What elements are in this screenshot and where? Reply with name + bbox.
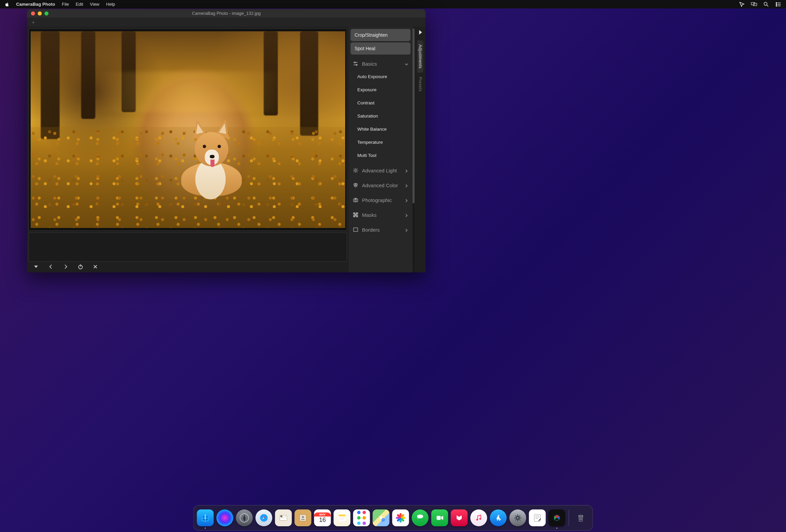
calendar-month: MAY — [314, 512, 331, 516]
svg-line-26 — [357, 169, 357, 169]
cursor-status-icon[interactable] — [739, 1, 745, 7]
dock-calendar-icon[interactable]: MAY 16 — [314, 509, 331, 526]
svg-line-79 — [582, 517, 582, 521]
adjust-saturation[interactable]: Saturation — [351, 110, 411, 122]
next-button[interactable] — [63, 264, 69, 270]
svg-point-55 — [476, 519, 478, 521]
dock-music-icon[interactable] — [470, 509, 487, 526]
display-status-icon[interactable] — [751, 1, 757, 7]
control-center-icon[interactable] — [775, 1, 781, 7]
section-label: Photographic — [362, 197, 392, 203]
svg-line-77 — [580, 517, 580, 521]
menu-edit[interactable]: Edit — [76, 2, 83, 7]
image-canvas[interactable] — [28, 28, 347, 231]
dock-messages-icon[interactable] — [412, 509, 429, 526]
svg-point-56 — [479, 518, 481, 519]
sliders-icon — [353, 61, 359, 67]
dock-finder-icon[interactable] — [197, 509, 214, 526]
side-tab-rail: Adjustments Presets — [415, 27, 426, 272]
dock-separator — [569, 510, 569, 526]
expand-panel-arrow-icon[interactable] — [417, 29, 424, 36]
section-masks[interactable]: Masks — [351, 207, 411, 221]
menu-file[interactable]: File — [62, 2, 69, 7]
adjust-temperature[interactable]: Temperature — [351, 136, 411, 148]
apple-logo-icon[interactable] — [5, 2, 9, 7]
svg-line-63 — [515, 515, 516, 516]
side-tab-adjustments[interactable]: Adjustments — [417, 40, 423, 73]
svg-point-4 — [776, 2, 777, 3]
dropdown-arrow-icon[interactable] — [33, 264, 39, 270]
section-basics[interactable]: Basics — [351, 56, 411, 69]
dock-settings-icon[interactable] — [510, 509, 526, 526]
adjust-white-balance[interactable]: White Balance — [351, 123, 411, 135]
adjust-multi-tool[interactable]: Multi Tool — [351, 149, 411, 161]
mac-menu-bar: CameraBag Photo File Edit View Help — [0, 0, 786, 8]
section-advanced-light[interactable]: Advanced Light — [351, 163, 411, 176]
svg-rect-37 — [356, 215, 358, 217]
section-borders[interactable]: Borders — [351, 222, 411, 235]
menu-help[interactable]: Help — [106, 2, 115, 7]
chevron-down-icon — [404, 62, 409, 66]
add-tab-button[interactable]: + — [30, 20, 37, 25]
dock-reminders-icon[interactable] — [353, 509, 370, 526]
side-tab-presets[interactable]: Presets — [417, 73, 423, 96]
svg-line-64 — [519, 519, 520, 521]
dock-news-icon[interactable] — [451, 509, 468, 526]
panel-scrollbar[interactable] — [413, 27, 415, 272]
svg-rect-1 — [753, 3, 757, 6]
calendar-day: 16 — [319, 516, 326, 524]
mac-dock: MAY 16 — [193, 505, 593, 531]
canvas-toolbar — [28, 262, 347, 271]
menu-app-name[interactable]: CameraBag Photo — [16, 2, 55, 7]
dock-contacts-icon[interactable] — [295, 509, 311, 526]
svg-point-48 — [302, 516, 304, 518]
titlebar[interactable]: CameraBag Photo - image_132.jpg — [27, 9, 426, 18]
svg-line-23 — [354, 169, 354, 169]
dock-launchpad-icon[interactable] — [236, 509, 253, 526]
window-minimize-button[interactable] — [38, 11, 42, 16]
svg-rect-0 — [751, 2, 755, 5]
dock-trash-icon[interactable] — [573, 509, 590, 526]
dock-facetime-icon[interactable] — [432, 509, 448, 526]
section-advanced-color[interactable]: Advanced Color — [351, 178, 411, 191]
svg-rect-36 — [354, 215, 355, 217]
dock-photos-icon[interactable] — [392, 509, 409, 526]
svg-point-6 — [776, 4, 777, 5]
tab-strip: + — [27, 18, 426, 27]
svg-point-18 — [354, 169, 356, 171]
timeline-strip[interactable] — [28, 232, 347, 262]
dock-appstore-icon[interactable] — [490, 509, 507, 526]
dock-maps-icon[interactable] — [373, 509, 390, 526]
power-reset-icon[interactable] — [77, 264, 84, 270]
adjust-contrast[interactable]: Contrast — [351, 97, 411, 109]
svg-point-2 — [764, 2, 767, 5]
section-label: Advanced Color — [362, 183, 398, 188]
photo-preview — [31, 31, 345, 228]
svg-line-65 — [515, 519, 516, 521]
adjust-auto-exposure[interactable]: Auto Exposure — [351, 71, 411, 83]
window-zoom-button[interactable] — [44, 11, 48, 16]
svg-point-58 — [517, 517, 518, 519]
crop-straighten-button[interactable]: Crop/Straighten — [351, 29, 411, 41]
dock-camerabag-icon[interactable] — [549, 509, 565, 526]
clear-close-icon[interactable] — [92, 264, 98, 270]
svg-rect-50 — [339, 514, 346, 516]
dock-mail-icon[interactable] — [275, 509, 292, 526]
spot-heal-button[interactable]: Spot Heal — [351, 42, 411, 54]
previous-button[interactable] — [48, 264, 54, 270]
menu-view[interactable]: View — [90, 2, 99, 7]
section-photographic[interactable]: Photographic — [351, 192, 411, 206]
window-title: CameraBag Photo - image_132.jpg — [192, 11, 261, 16]
svg-point-40 — [203, 516, 204, 517]
scrollbar-thumb[interactable] — [413, 28, 415, 203]
dock-safari-icon[interactable] — [256, 509, 273, 526]
svg-line-25 — [354, 172, 354, 172]
spotlight-search-icon[interactable] — [763, 1, 769, 7]
adjust-exposure[interactable]: Exposure — [351, 84, 411, 96]
dock-siri-icon[interactable] — [216, 509, 233, 526]
dock-textedit-icon[interactable] — [529, 509, 546, 526]
window-close-button[interactable] — [31, 11, 35, 16]
section-label: Masks — [362, 212, 376, 218]
dock-notes-icon[interactable] — [334, 509, 351, 526]
chevron-right-icon — [404, 198, 409, 202]
